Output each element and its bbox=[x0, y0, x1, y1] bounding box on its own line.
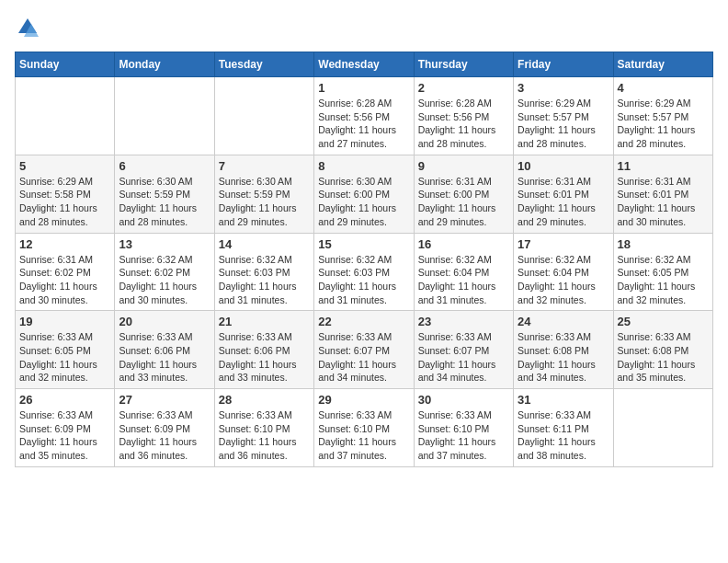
col-header-saturday: Saturday bbox=[613, 52, 712, 77]
col-header-thursday: Thursday bbox=[414, 52, 513, 77]
day-number: 26 bbox=[19, 393, 110, 407]
day-info: Sunrise: 6:33 AMSunset: 6:06 PMDaylight:… bbox=[219, 330, 310, 385]
day-cell bbox=[613, 389, 712, 467]
day-cell: 22Sunrise: 6:33 AMSunset: 6:07 PMDayligh… bbox=[314, 311, 414, 389]
day-number: 17 bbox=[518, 237, 609, 251]
day-cell: 30Sunrise: 6:33 AMSunset: 6:10 PMDayligh… bbox=[414, 389, 513, 467]
day-number: 22 bbox=[318, 315, 409, 328]
week-row-4: 19Sunrise: 6:33 AMSunset: 6:05 PMDayligh… bbox=[16, 311, 713, 389]
day-number: 25 bbox=[618, 315, 709, 328]
day-number: 6 bbox=[119, 159, 210, 173]
day-info: Sunrise: 6:28 AMSunset: 5:56 PMDaylight:… bbox=[418, 97, 509, 151]
calendar-table: SundayMondayTuesdayWednesdayThursdayFrid… bbox=[15, 52, 713, 467]
day-info: Sunrise: 6:33 AMSunset: 6:07 PMDaylight:… bbox=[318, 330, 409, 385]
day-number: 16 bbox=[418, 237, 509, 251]
day-cell: 1Sunrise: 6:28 AMSunset: 5:56 PMDaylight… bbox=[314, 77, 414, 155]
day-cell: 28Sunrise: 6:33 AMSunset: 6:10 PMDayligh… bbox=[214, 389, 313, 467]
day-cell: 4Sunrise: 6:29 AMSunset: 5:57 PMDaylight… bbox=[613, 77, 712, 155]
day-number: 3 bbox=[518, 81, 609, 95]
day-cell: 19Sunrise: 6:33 AMSunset: 6:05 PMDayligh… bbox=[16, 311, 115, 389]
day-cell: 2Sunrise: 6:28 AMSunset: 5:56 PMDaylight… bbox=[414, 77, 513, 155]
day-number: 5 bbox=[19, 159, 110, 173]
day-info: Sunrise: 6:29 AMSunset: 5:57 PMDaylight:… bbox=[518, 97, 609, 151]
day-number: 15 bbox=[318, 237, 409, 251]
day-info: Sunrise: 6:31 AMSunset: 6:02 PMDaylight:… bbox=[19, 253, 110, 307]
logo bbox=[15, 15, 44, 40]
day-info: Sunrise: 6:33 AMSunset: 6:10 PMDaylight:… bbox=[318, 408, 409, 463]
day-number: 21 bbox=[219, 315, 310, 328]
day-cell: 9Sunrise: 6:31 AMSunset: 6:00 PMDaylight… bbox=[414, 155, 513, 233]
col-header-wednesday: Wednesday bbox=[314, 52, 414, 77]
day-info: Sunrise: 6:33 AMSunset: 6:10 PMDaylight:… bbox=[418, 408, 509, 463]
day-number: 18 bbox=[618, 237, 709, 251]
day-cell: 25Sunrise: 6:33 AMSunset: 6:08 PMDayligh… bbox=[613, 311, 712, 389]
day-cell: 20Sunrise: 6:33 AMSunset: 6:06 PMDayligh… bbox=[115, 311, 214, 389]
page-header bbox=[15, 15, 713, 40]
day-info: Sunrise: 6:33 AMSunset: 6:06 PMDaylight:… bbox=[119, 330, 210, 385]
day-number: 14 bbox=[219, 237, 310, 251]
day-cell: 21Sunrise: 6:33 AMSunset: 6:06 PMDayligh… bbox=[214, 311, 313, 389]
day-info: Sunrise: 6:33 AMSunset: 6:05 PMDaylight:… bbox=[19, 330, 110, 385]
day-number: 29 bbox=[318, 393, 409, 407]
day-info: Sunrise: 6:33 AMSunset: 6:11 PMDaylight:… bbox=[518, 408, 609, 463]
day-info: Sunrise: 6:30 AMSunset: 6:00 PMDaylight:… bbox=[318, 175, 409, 229]
day-cell: 8Sunrise: 6:30 AMSunset: 6:00 PMDaylight… bbox=[314, 155, 414, 233]
day-number: 31 bbox=[518, 393, 609, 407]
day-cell: 15Sunrise: 6:32 AMSunset: 6:03 PMDayligh… bbox=[314, 233, 414, 311]
col-header-monday: Monday bbox=[115, 52, 214, 77]
day-number: 27 bbox=[119, 393, 210, 407]
col-header-sunday: Sunday bbox=[16, 52, 115, 77]
day-number: 23 bbox=[418, 315, 509, 328]
day-info: Sunrise: 6:31 AMSunset: 6:01 PMDaylight:… bbox=[618, 175, 709, 229]
day-cell: 24Sunrise: 6:33 AMSunset: 6:08 PMDayligh… bbox=[514, 311, 613, 389]
day-info: Sunrise: 6:29 AMSunset: 5:57 PMDaylight:… bbox=[618, 97, 709, 151]
day-cell: 7Sunrise: 6:30 AMSunset: 5:59 PMDaylight… bbox=[214, 155, 313, 233]
day-cell bbox=[16, 77, 115, 155]
day-info: Sunrise: 6:33 AMSunset: 6:08 PMDaylight:… bbox=[618, 330, 709, 385]
day-cell: 6Sunrise: 6:30 AMSunset: 5:59 PMDaylight… bbox=[115, 155, 214, 233]
day-cell: 11Sunrise: 6:31 AMSunset: 6:01 PMDayligh… bbox=[613, 155, 712, 233]
day-cell: 5Sunrise: 6:29 AMSunset: 5:58 PMDaylight… bbox=[16, 155, 115, 233]
day-cell: 17Sunrise: 6:32 AMSunset: 6:04 PMDayligh… bbox=[514, 233, 613, 311]
day-cell: 31Sunrise: 6:33 AMSunset: 6:11 PMDayligh… bbox=[514, 389, 613, 467]
day-number: 12 bbox=[19, 237, 110, 251]
day-info: Sunrise: 6:32 AMSunset: 6:04 PMDaylight:… bbox=[518, 253, 609, 307]
day-cell bbox=[115, 77, 214, 155]
week-row-2: 5Sunrise: 6:29 AMSunset: 5:58 PMDaylight… bbox=[16, 155, 713, 233]
day-info: Sunrise: 6:32 AMSunset: 6:02 PMDaylight:… bbox=[119, 253, 210, 307]
day-info: Sunrise: 6:33 AMSunset: 6:07 PMDaylight:… bbox=[418, 330, 509, 385]
day-info: Sunrise: 6:30 AMSunset: 5:59 PMDaylight:… bbox=[119, 175, 210, 229]
day-cell: 14Sunrise: 6:32 AMSunset: 6:03 PMDayligh… bbox=[214, 233, 313, 311]
day-info: Sunrise: 6:28 AMSunset: 5:56 PMDaylight:… bbox=[318, 97, 409, 151]
day-cell: 18Sunrise: 6:32 AMSunset: 6:05 PMDayligh… bbox=[613, 233, 712, 311]
day-info: Sunrise: 6:32 AMSunset: 6:04 PMDaylight:… bbox=[418, 253, 509, 307]
day-cell: 23Sunrise: 6:33 AMSunset: 6:07 PMDayligh… bbox=[414, 311, 513, 389]
day-number: 7 bbox=[219, 159, 310, 173]
day-number: 2 bbox=[418, 81, 509, 95]
day-number: 19 bbox=[19, 315, 110, 328]
day-number: 8 bbox=[318, 159, 409, 173]
day-cell: 10Sunrise: 6:31 AMSunset: 6:01 PMDayligh… bbox=[514, 155, 613, 233]
day-number: 20 bbox=[119, 315, 210, 328]
day-cell: 27Sunrise: 6:33 AMSunset: 6:09 PMDayligh… bbox=[115, 389, 214, 467]
day-info: Sunrise: 6:31 AMSunset: 6:00 PMDaylight:… bbox=[418, 175, 509, 229]
day-cell bbox=[214, 77, 313, 155]
day-info: Sunrise: 6:29 AMSunset: 5:58 PMDaylight:… bbox=[19, 175, 110, 229]
week-row-3: 12Sunrise: 6:31 AMSunset: 6:02 PMDayligh… bbox=[16, 233, 713, 311]
col-header-tuesday: Tuesday bbox=[214, 52, 313, 77]
day-number: 4 bbox=[618, 81, 709, 95]
day-info: Sunrise: 6:32 AMSunset: 6:03 PMDaylight:… bbox=[219, 253, 310, 307]
day-number: 10 bbox=[518, 159, 609, 173]
day-number: 24 bbox=[518, 315, 609, 328]
week-row-5: 26Sunrise: 6:33 AMSunset: 6:09 PMDayligh… bbox=[16, 389, 713, 467]
day-number: 11 bbox=[618, 159, 709, 173]
col-header-friday: Friday bbox=[514, 52, 613, 77]
day-info: Sunrise: 6:31 AMSunset: 6:01 PMDaylight:… bbox=[518, 175, 609, 229]
logo-icon bbox=[15, 15, 40, 40]
day-number: 1 bbox=[318, 81, 409, 95]
day-number: 30 bbox=[418, 393, 509, 407]
day-info: Sunrise: 6:32 AMSunset: 6:05 PMDaylight:… bbox=[618, 253, 709, 307]
day-number: 13 bbox=[119, 237, 210, 251]
day-number: 28 bbox=[219, 393, 310, 407]
day-cell: 13Sunrise: 6:32 AMSunset: 6:02 PMDayligh… bbox=[115, 233, 214, 311]
